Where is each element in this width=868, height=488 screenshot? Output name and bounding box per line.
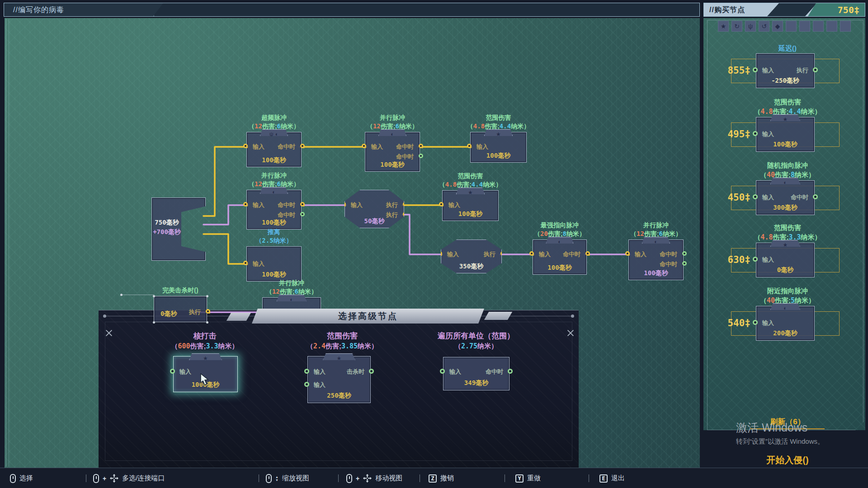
key-icon-y: Y — [515, 474, 524, 483]
node-icon-tab: ★ — [323, 353, 355, 360]
key-icon-z: Z — [429, 474, 437, 483]
port-label: 击杀时 — [347, 368, 364, 375]
hint-divider — [505, 474, 505, 482]
subtitle-part: 纳米） — [477, 342, 498, 350]
card-title-text: 核打击 — [193, 332, 217, 340]
range-value: 3.85 — [341, 342, 358, 350]
gamepad-icon — [346, 474, 352, 483]
port-label: 输入 — [179, 368, 191, 375]
damage-value: 600 — [178, 342, 190, 350]
subtitle-part: 伤害; — [190, 342, 206, 350]
hint-group: ▲▼缩放视图 — [266, 468, 309, 488]
hint-divider — [259, 474, 259, 482]
zoom-arrows-icon: ▲▼ — [275, 475, 278, 482]
card-subtitle: （2.75纳米） — [399, 341, 553, 351]
port-label: 输入 — [314, 381, 326, 389]
hint-group: +多选/连接端口 — [93, 468, 165, 488]
hint-label: 缩放视图 — [282, 474, 309, 483]
hint-label: 撤销 — [440, 474, 454, 483]
node-icon-tab: ★ — [189, 353, 222, 360]
hint-label: 移动视图 — [375, 474, 402, 483]
subtitle-part: （ — [171, 342, 178, 350]
move-cross-icon — [363, 474, 372, 483]
range-value: 2.75 — [461, 342, 477, 350]
key-icon-e: E — [599, 474, 608, 483]
app-root: //编写你的病毒 750‡ //购买节点 ★↻ψ↺◆ 超频脉冲（12伤害;6纳米… — [0, 0, 868, 488]
port-label: 命中时 — [486, 368, 503, 375]
card-title-text: 遍历所有单位（范围） — [438, 332, 514, 340]
node-duration: 250毫秒 — [308, 392, 370, 400]
windows-activation-watermark: 激活 Windows — [736, 420, 807, 435]
hint-label: 选择 — [19, 474, 33, 483]
card-title: 遍历所有单位（范围）（2.75纳米） — [399, 331, 553, 351]
card-title-text: 范围伤害 — [327, 332, 358, 340]
card-node-iterate-all-units[interactable]: 输入命中时349毫秒 — [443, 357, 509, 390]
on-hit-port[interactable] — [508, 369, 513, 374]
hint-divider — [589, 474, 589, 482]
windows-activation-watermark-sub: 转到“设置”以激活 Windows。 — [736, 437, 824, 446]
input-port[interactable] — [304, 369, 309, 374]
hint-group: 选择 — [10, 468, 33, 488]
hint-group: Y重做 — [515, 468, 541, 488]
subtitle-part: 纳米） — [358, 342, 378, 350]
subtitle-part: （ — [454, 342, 461, 350]
gamepad-icon — [93, 474, 99, 483]
subtitle-part: （ — [307, 342, 313, 350]
gamepad-icon — [266, 474, 272, 483]
hint-label: 多选/连接端口 — [122, 474, 165, 483]
hint-label: 重做 — [527, 474, 541, 483]
port-label: 输入 — [314, 368, 326, 375]
move-cross-icon — [110, 474, 118, 483]
star-icon: ★ — [337, 355, 342, 361]
hint-divider — [86, 474, 86, 482]
hint-divider — [338, 474, 339, 482]
subtitle-part: 伤害; — [326, 342, 341, 350]
on-kill-port[interactable] — [369, 369, 374, 374]
port-label: 输入 — [449, 368, 461, 375]
gamepad-icon — [10, 474, 16, 483]
plus-icon: + — [103, 475, 106, 482]
control-hint-bar: 选择+多选/连接端口▲▼缩放视图+移动视图Z撤销Y重做E退出 — [0, 468, 868, 488]
input-port[interactable] — [170, 369, 175, 374]
card-title: 核打击（600伤害;3.3纳米） — [128, 331, 282, 351]
hint-label: 退出 — [611, 474, 625, 483]
plus-icon: + — [356, 475, 359, 482]
node-duration: 349毫秒 — [443, 379, 509, 387]
hint-group: Z撤销 — [429, 468, 454, 488]
subtitle-part: 纳米） — [218, 342, 239, 350]
card-title: 范围伤害（2.4伤害;3.85纳米） — [265, 331, 419, 351]
input-port[interactable] — [440, 369, 445, 374]
damage-value: 2.4 — [313, 342, 326, 350]
card-subtitle: （600伤害;3.3纳米） — [128, 341, 282, 351]
hint-divider — [420, 474, 420, 482]
hint-group: E退出 — [599, 468, 625, 488]
card-subtitle: （2.4伤害;3.85纳米） — [265, 341, 419, 351]
mouse-cursor — [200, 373, 211, 386]
range-value: 3.3 — [206, 342, 218, 350]
star-icon: ★ — [203, 355, 208, 361]
card-node-aoe-damage-card[interactable]: ★输入输入击杀时250毫秒 — [307, 356, 371, 403]
input-port[interactable] — [304, 382, 309, 387]
hint-group: +移动视图 — [346, 468, 402, 488]
